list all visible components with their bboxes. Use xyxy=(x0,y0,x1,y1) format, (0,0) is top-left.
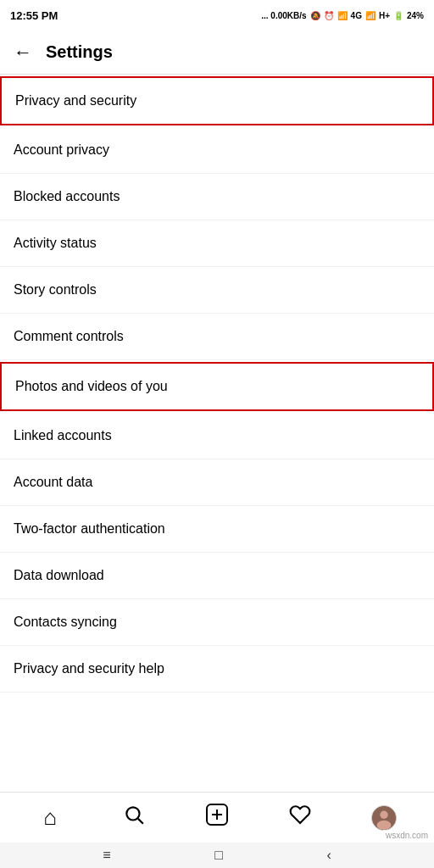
mute-icon: 🔕 xyxy=(310,11,320,20)
svg-point-6 xyxy=(380,810,387,818)
home-system-icon: □ xyxy=(214,848,223,863)
svg-point-7 xyxy=(376,820,391,829)
4g-label: 4G xyxy=(351,11,362,20)
hplus-label: H+ xyxy=(379,11,390,20)
battery-icon: 🔋 xyxy=(393,11,403,20)
menu-item-contacts-syncing[interactable]: Contacts syncing xyxy=(0,599,434,646)
heart-icon xyxy=(289,804,311,832)
menu-icon: ≡ xyxy=(103,848,110,863)
menu-item-story-controls[interactable]: Story controls xyxy=(0,267,434,314)
status-time: 12:55 PM xyxy=(10,9,58,22)
battery-percent: 24% xyxy=(407,11,424,20)
home-icon: ⌂ xyxy=(43,804,57,831)
svg-point-0 xyxy=(126,807,139,820)
menu-item-data-download[interactable]: Data download xyxy=(0,553,434,599)
nav-home[interactable]: ⌂ xyxy=(30,798,70,838)
menu-item-account-data[interactable]: Account data xyxy=(0,459,434,506)
bottom-navigation: ⌂ xyxy=(0,792,434,843)
menu-item-privacy-security[interactable]: Privacy and security xyxy=(0,76,434,125)
menu-item-account-privacy[interactable]: Account privacy xyxy=(0,127,434,174)
back-button[interactable]: ← xyxy=(14,42,32,64)
page-title: Settings xyxy=(46,42,113,62)
header: ← Settings xyxy=(0,31,434,75)
nav-add[interactable] xyxy=(197,798,237,838)
menu-item-photos-videos[interactable]: Photos and videos of you xyxy=(0,362,434,411)
status-icons: ... 0.00KB/s 🔕 ⏰ 📶 4G 📶 H+ 🔋 24% xyxy=(261,11,424,20)
nav-heart[interactable] xyxy=(280,798,320,838)
alarm-icon: ⏰ xyxy=(324,11,334,20)
menu-list: Privacy and securityAccount privacyBlock… xyxy=(0,76,434,693)
search-icon xyxy=(123,804,145,832)
signal-icon: 📶 xyxy=(337,11,348,20)
network-indicator: ... 0.00KB/s xyxy=(261,11,306,20)
back-system-icon: ‹ xyxy=(326,848,331,863)
nav-search[interactable] xyxy=(114,798,154,838)
status-bar: 12:55 PM ... 0.00KB/s 🔕 ⏰ 📶 4G 📶 H+ 🔋 24… xyxy=(0,0,434,31)
menu-item-privacy-help[interactable]: Privacy and security help xyxy=(0,646,434,693)
watermark: wsxdn.com xyxy=(383,830,431,841)
menu-item-activity-status[interactable]: Activity status xyxy=(0,220,434,267)
signal2-icon: 📶 xyxy=(365,11,376,20)
menu-item-two-factor[interactable]: Two-factor authentication xyxy=(0,506,434,553)
add-icon xyxy=(205,803,229,832)
menu-item-comment-controls[interactable]: Comment controls xyxy=(0,314,434,360)
profile-avatar xyxy=(371,805,397,831)
menu-item-linked-accounts[interactable]: Linked accounts xyxy=(0,413,434,459)
menu-item-blocked-accounts[interactable]: Blocked accounts xyxy=(0,174,434,220)
system-bar: ≡ □ ‹ xyxy=(0,843,434,868)
svg-line-1 xyxy=(137,819,142,824)
